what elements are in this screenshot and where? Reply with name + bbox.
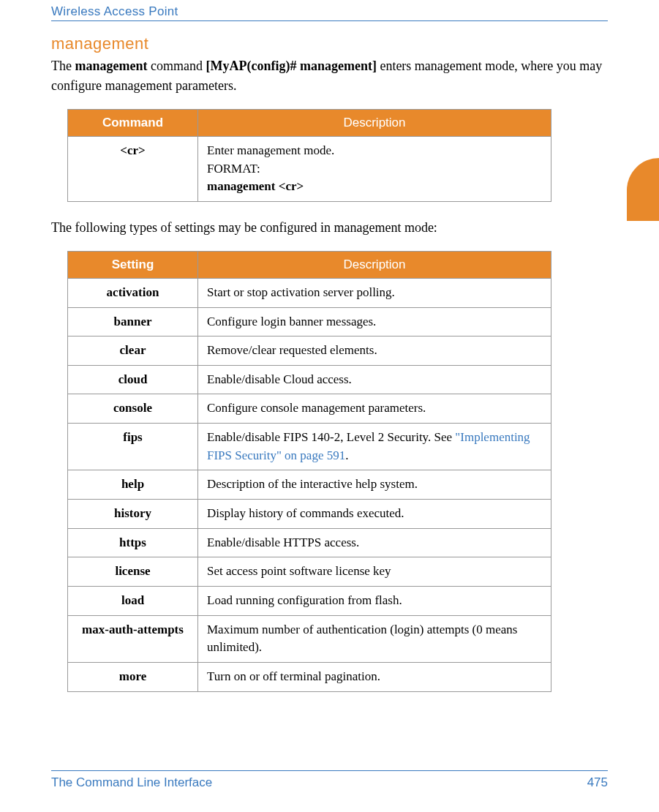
setting-name-cell: load	[68, 586, 198, 615]
table-row: fipsEnable/disable FIPS 140-2, Level 2 S…	[68, 424, 551, 470]
setting-desc-cell: Enable/disable FIPS 140-2, Level 2 Secur…	[198, 424, 551, 470]
setting-name-cell: banner	[68, 307, 198, 337]
setting-name-cell: fips	[68, 424, 198, 470]
setting-desc-cell: Maximum number of authentication (login)…	[198, 615, 551, 662]
command-name-cell: <cr>	[68, 137, 198, 202]
table-row: max-auth-attemptsMaximum number of authe…	[68, 615, 551, 662]
desc-text: Enable/disable FIPS 140-2, Level 2 Secur…	[207, 430, 455, 444]
format-label: FORMAT:	[207, 160, 542, 178]
setting-name-cell: help	[68, 470, 198, 500]
page-footer: The Command Line Interface 475	[51, 770, 608, 790]
table-header-row: Command Description	[68, 110, 551, 137]
footer-section-title: The Command Line Interface	[51, 775, 212, 790]
command-table-wrap: Command Description <cr> Enter managemen…	[67, 109, 608, 202]
table-row: historyDisplay history of commands execu…	[68, 500, 551, 529]
setting-desc-cell: Set access point software license key	[198, 557, 551, 587]
running-header: Wireless Access Point	[51, 0, 608, 21]
intro-text: The	[51, 59, 75, 73]
col-header-description: Description	[198, 251, 551, 278]
table-row: activationStart or stop activation serve…	[68, 278, 551, 307]
setting-name-cell: more	[68, 662, 198, 691]
table-row: helpDescription of the interactive help …	[68, 470, 551, 500]
page-thumb-tab	[627, 158, 659, 221]
desc-text: .	[345, 448, 348, 462]
setting-desc-cell: Description of the interactive help syst…	[198, 470, 551, 500]
setting-desc-cell: Configure login banner messages.	[198, 307, 551, 337]
setting-desc-cell: Turn on or off terminal pagination.	[198, 662, 551, 691]
setting-name-cell: https	[68, 528, 198, 557]
between-paragraph: The following types of settings may be c…	[51, 218, 608, 238]
table-row: consoleConfigure console management para…	[68, 394, 551, 424]
table-row: bannerConfigure login banner messages.	[68, 307, 551, 337]
setting-desc-cell: Display history of commands executed.	[198, 500, 551, 529]
footer-page-number: 475	[587, 775, 608, 790]
setting-desc-cell: Remove/clear requested elements.	[198, 337, 551, 366]
table-header-row: Setting Description	[68, 251, 551, 278]
setting-desc-cell: Start or stop activation server polling.	[198, 278, 551, 307]
setting-name-cell: history	[68, 500, 198, 529]
table-row: cloudEnable/disable Cloud access.	[68, 365, 551, 394]
format-value: management <cr>	[207, 178, 542, 196]
setting-desc-cell: Configure console management parameters.	[198, 394, 551, 424]
setting-name-cell: activation	[68, 278, 198, 307]
command-desc-cell: Enter management mode. FORMAT: managemen…	[198, 137, 551, 202]
setting-table-wrap: Setting Description activationStart or s…	[67, 251, 608, 692]
col-header-setting: Setting	[68, 251, 198, 278]
intro-text: command	[147, 59, 206, 73]
col-header-description: Description	[198, 110, 551, 137]
table-row: licenseSet access point software license…	[68, 557, 551, 587]
setting-table: Setting Description activationStart or s…	[67, 251, 551, 692]
intro-command-name: management	[75, 59, 147, 73]
table-row: httpsEnable/disable HTTPS access.	[68, 528, 551, 557]
table-row: <cr> Enter management mode. FORMAT: mana…	[68, 137, 551, 202]
col-header-command: Command	[68, 110, 198, 137]
setting-name-cell: cloud	[68, 365, 198, 394]
setting-desc-cell: Enable/disable Cloud access.	[198, 365, 551, 394]
desc-line: Enter management mode.	[207, 143, 334, 157]
setting-name-cell: max-auth-attempts	[68, 615, 198, 662]
setting-name-cell: clear	[68, 337, 198, 366]
intro-prompt: [MyAP(config)# management]	[206, 59, 376, 73]
table-row: clearRemove/clear requested elements.	[68, 337, 551, 366]
setting-desc-cell: Load running configuration from flash.	[198, 586, 551, 615]
section-heading: management	[51, 34, 608, 53]
command-table: Command Description <cr> Enter managemen…	[67, 109, 551, 202]
intro-paragraph: The management command [MyAP(config)# ma…	[51, 56, 608, 96]
setting-desc-cell: Enable/disable HTTPS access.	[198, 528, 551, 557]
setting-name-cell: console	[68, 394, 198, 424]
setting-name-cell: license	[68, 557, 198, 587]
table-row: loadLoad running configuration from flas…	[68, 586, 551, 615]
table-row: moreTurn on or off terminal pagination.	[68, 662, 551, 691]
